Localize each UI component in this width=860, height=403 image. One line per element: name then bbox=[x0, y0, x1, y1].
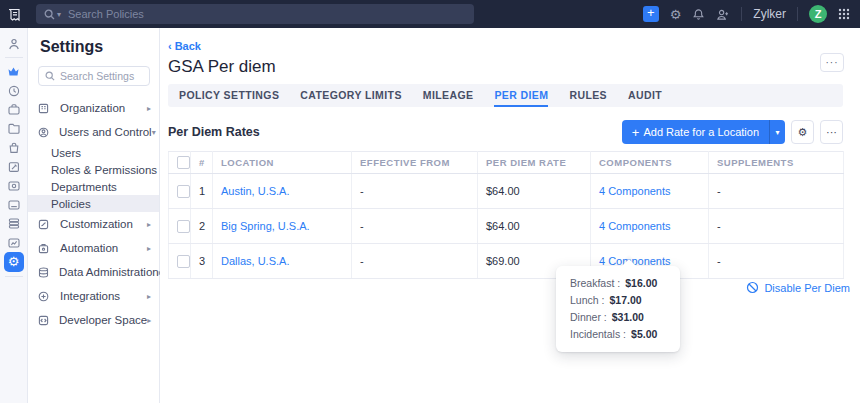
sidebar-item-label: Customization bbox=[60, 218, 133, 230]
cards-icon[interactable] bbox=[4, 176, 24, 195]
settings-icon[interactable]: ⚙ bbox=[670, 8, 682, 21]
settings-sidebar: Settings Organization ▸ Users and Contro… bbox=[28, 28, 160, 403]
sidebar-item-label: Automation bbox=[60, 242, 118, 254]
chevron-right-icon: ▸ bbox=[147, 244, 151, 253]
profile-icon[interactable] bbox=[4, 34, 24, 53]
integrations-icon bbox=[38, 291, 50, 302]
col-header-location: LOCATION bbox=[213, 152, 352, 174]
admin-view-icon[interactable] bbox=[4, 62, 24, 81]
page-more-button[interactable]: ··· bbox=[820, 53, 844, 72]
sidebar-subitem-users[interactable]: Users bbox=[28, 144, 159, 161]
table-settings-gear-button[interactable]: ⚙ bbox=[791, 120, 814, 144]
sidebar-item-users-and-control[interactable]: Users and Control ▾ bbox=[28, 120, 159, 144]
tab-policy-settings[interactable]: POLICY SETTINGS bbox=[179, 84, 279, 107]
tab-audit[interactable]: AUDIT bbox=[628, 84, 662, 107]
table-row[interactable]: 2 Big Spring, U.S.A. - $64.00 4 Componen… bbox=[169, 209, 844, 244]
global-search: ▾ bbox=[36, 4, 474, 24]
settings-search bbox=[38, 66, 150, 86]
topbar-divider bbox=[741, 7, 742, 21]
table-row[interactable]: 1 Austin, U.S.A. - $64.00 4 Components - bbox=[169, 174, 844, 209]
components-popover: Breakfast : $16.00 Lunch : $17.00 Dinner… bbox=[556, 266, 680, 352]
sidebar-subitem-departments[interactable]: Departments bbox=[28, 178, 159, 195]
documents-icon[interactable] bbox=[4, 195, 24, 214]
col-header-supplements: SUPPLEMENTS bbox=[709, 152, 844, 174]
sidebar-item-customization[interactable]: Customization ▸ bbox=[28, 212, 159, 236]
row-checkbox[interactable] bbox=[177, 185, 190, 198]
tab-mileage[interactable]: MILEAGE bbox=[423, 84, 474, 107]
module-icon-rail: ⚙ bbox=[0, 28, 28, 403]
rail-divider bbox=[5, 57, 23, 58]
components-link[interactable]: 4 Components bbox=[599, 220, 671, 232]
chevron-right-icon: ▸ bbox=[147, 292, 151, 301]
chevron-right-icon: ▸ bbox=[147, 104, 151, 113]
col-header-per-diem-rate: PER DIEM RATE bbox=[478, 152, 591, 174]
disable-per-diem-link[interactable]: Disable Per Diem bbox=[746, 281, 850, 294]
analytics-icon[interactable] bbox=[4, 233, 24, 252]
organization-icon bbox=[38, 103, 50, 114]
section-title: Per Diem Rates bbox=[168, 125, 260, 139]
policy-tabs: POLICY SETTINGS CATEGORY LIMITS MILEAGE … bbox=[168, 84, 843, 107]
table-more-button[interactable]: ··· bbox=[820, 120, 843, 144]
sidebar-item-integrations[interactable]: Integrations ▸ bbox=[28, 284, 159, 308]
reports-edit-icon[interactable] bbox=[4, 157, 24, 176]
search-scope-caret-icon[interactable]: ▾ bbox=[57, 10, 61, 19]
chevron-down-icon: ▾ bbox=[152, 128, 156, 137]
sidebar-title: Settings bbox=[40, 38, 159, 56]
settings-search-input[interactable] bbox=[60, 70, 143, 82]
sidebar-subitem-roles-permissions[interactable]: Roles & Permissions bbox=[28, 161, 159, 178]
rail-divider bbox=[5, 276, 23, 277]
per-diem-rates-table: # LOCATION EFFECTIVE FROM PER DIEM RATE … bbox=[168, 151, 844, 279]
table-header-row: # LOCATION EFFECTIVE FROM PER DIEM RATE … bbox=[169, 152, 844, 174]
quick-add-button[interactable]: + bbox=[643, 6, 659, 22]
chevron-right-icon: ▸ bbox=[147, 316, 151, 325]
sidebar-item-data-administration[interactable]: Data Administration ▸ bbox=[28, 260, 159, 284]
expenses-folder-icon[interactable] bbox=[4, 119, 24, 138]
accounts-stack-icon[interactable] bbox=[4, 214, 24, 233]
select-all-checkbox[interactable] bbox=[177, 156, 190, 169]
search-icon[interactable]: ▾ bbox=[44, 9, 61, 20]
settings-nav: Organization ▸ Users and Control ▾ Users… bbox=[28, 96, 159, 332]
trips-icon[interactable] bbox=[4, 100, 24, 119]
chevron-left-icon: ‹ bbox=[168, 40, 172, 52]
sidebar-item-automation[interactable]: Automation ▸ bbox=[28, 236, 159, 260]
customization-icon bbox=[38, 219, 50, 230]
user-avatar[interactable]: Z bbox=[809, 5, 827, 23]
back-link[interactable]: ‹ Back bbox=[168, 40, 201, 52]
row-checkbox[interactable] bbox=[177, 220, 190, 233]
dashboard-icon[interactable] bbox=[4, 81, 24, 100]
sidebar-subitem-policies[interactable]: Policies bbox=[28, 195, 159, 212]
sidebar-item-label: Data Administration bbox=[59, 266, 159, 278]
apps-grid-icon[interactable] bbox=[838, 8, 850, 20]
disable-icon bbox=[746, 281, 759, 294]
table-row[interactable]: 3 Dallas, U.S.A. - $69.00 4 Components - bbox=[169, 244, 844, 279]
search-input[interactable] bbox=[68, 8, 466, 20]
location-link[interactable]: Austin, U.S.A. bbox=[221, 185, 289, 197]
settings-module-icon[interactable]: ⚙ bbox=[4, 252, 24, 272]
tab-category-limits[interactable]: CATEGORY LIMITS bbox=[300, 84, 401, 107]
components-link[interactable]: 4 Components bbox=[599, 185, 671, 197]
sidebar-item-developer-space[interactable]: Developer Space ▸ bbox=[28, 308, 159, 332]
chevron-right-icon: ▸ bbox=[147, 220, 151, 229]
developer-icon bbox=[38, 315, 49, 326]
app-logo-icon[interactable] bbox=[0, 0, 28, 28]
sidebar-item-label: Developer Space bbox=[59, 314, 147, 326]
add-rate-button[interactable]: + Add Rate for a Location ▾ bbox=[622, 120, 785, 144]
purchases-bag-icon[interactable] bbox=[4, 138, 24, 157]
search-icon bbox=[45, 71, 55, 81]
tab-per-diem[interactable]: PER DIEM bbox=[494, 84, 548, 107]
tab-rules[interactable]: RULES bbox=[569, 84, 607, 107]
topbar-divider bbox=[797, 7, 798, 21]
page-title: GSA Per diem bbox=[168, 57, 843, 77]
col-header-effective-from: EFFECTIVE FROM bbox=[352, 152, 478, 174]
current-org-name[interactable]: Zylker bbox=[753, 7, 786, 21]
col-header-num: # bbox=[191, 152, 213, 174]
row-checkbox[interactable] bbox=[177, 255, 190, 268]
users-icon bbox=[38, 127, 49, 138]
notifications-bell-icon[interactable] bbox=[692, 8, 705, 21]
location-link[interactable]: Big Spring, U.S.A. bbox=[221, 220, 310, 232]
sidebar-item-label: Users and Control bbox=[59, 126, 152, 138]
add-rate-dropdown-caret[interactable]: ▾ bbox=[769, 120, 785, 144]
location-link[interactable]: Dallas, U.S.A. bbox=[221, 255, 289, 267]
sidebar-item-organization[interactable]: Organization ▸ bbox=[28, 96, 159, 120]
invite-user-icon[interactable] bbox=[716, 8, 730, 21]
